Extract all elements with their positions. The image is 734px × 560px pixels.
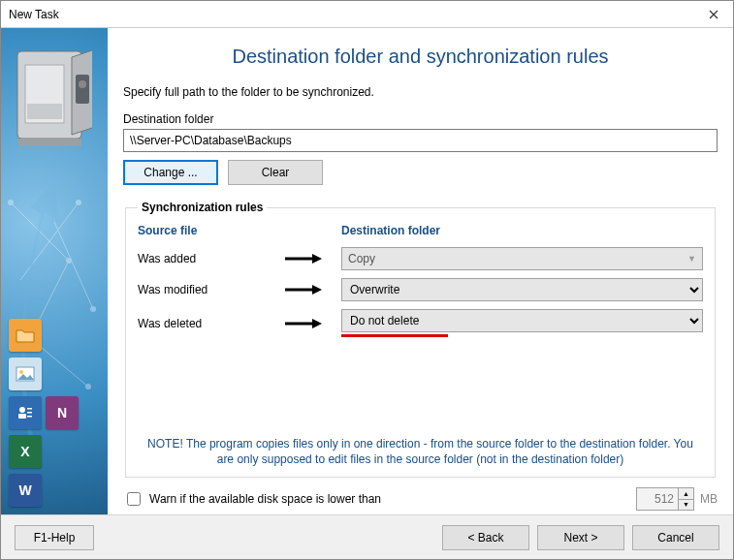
word-icon: W (9, 474, 42, 507)
svg-point-5 (8, 200, 14, 205)
rule-source-deleted: Was deleted (138, 317, 283, 330)
sync-rules-group: Synchronization rules Source file Destin… (125, 201, 716, 478)
svg-point-8 (85, 384, 91, 389)
folder-icon (9, 319, 42, 352)
col-source-header: Source file (138, 224, 283, 239)
sidebar-app-icons: N X W (9, 319, 79, 507)
warn-label: Warn if the available disk space is lowe… (149, 492, 381, 506)
svg-rect-21 (27, 408, 32, 410)
svg-rect-13 (76, 75, 89, 104)
arrow-icon (283, 318, 322, 329)
wizard-sidebar: N X W (1, 28, 108, 514)
warn-size-spinner[interactable]: ▲ ▼ (636, 487, 694, 511)
spin-up-icon[interactable]: ▲ (679, 488, 693, 500)
close-button[interactable] (694, 1, 733, 27)
rule-dest-modified[interactable]: Overwrite (341, 278, 703, 301)
rule-source-modified: Was modified (138, 283, 283, 296)
svg-rect-12 (17, 139, 81, 146)
cancel-button[interactable]: Cancel (632, 525, 719, 550)
warn-row: Warn if the available disk space is lowe… (123, 487, 718, 511)
svg-marker-27 (312, 285, 322, 295)
next-button[interactable]: Next > (537, 525, 624, 550)
svg-point-19 (19, 407, 25, 413)
wizard-footer: F1-Help < Back Next > Cancel (1, 514, 733, 559)
change-button[interactable]: Change ... (123, 160, 218, 185)
clear-button[interactable]: Clear (228, 160, 323, 185)
sync-rules-legend: Synchronization rules (138, 201, 267, 214)
page-instruction: Specify full path to the folder to be sy… (123, 85, 718, 99)
onenote-icon: N (46, 396, 79, 429)
titlebar: New Task (1, 1, 733, 28)
dest-folder-label: Destination folder (123, 112, 718, 126)
svg-marker-29 (312, 319, 322, 328)
page-title: Destination folder and synchronization r… (123, 46, 718, 68)
back-button[interactable]: < Back (442, 525, 529, 550)
window-title: New Task (9, 8, 59, 21)
svg-point-18 (19, 370, 23, 374)
rule-dest-deleted[interactable]: Do not delete (341, 309, 703, 332)
excel-icon: X (9, 435, 42, 468)
svg-rect-16 (27, 104, 62, 119)
contact-icon (9, 396, 42, 429)
arrow-icon (283, 253, 322, 264)
help-button[interactable]: F1-Help (15, 525, 94, 550)
warn-unit: MB (700, 492, 718, 506)
svg-marker-25 (312, 254, 322, 264)
svg-point-10 (76, 200, 81, 205)
warn-checkbox[interactable] (127, 492, 141, 506)
col-dest-header: Destination folder (341, 224, 703, 239)
svg-point-14 (79, 80, 86, 88)
picture-icon (9, 358, 42, 390)
warn-size-input[interactable] (637, 488, 678, 510)
spin-down-icon[interactable]: ▼ (679, 500, 693, 511)
svg-rect-22 (27, 412, 32, 414)
dest-folder-input[interactable] (123, 129, 718, 152)
svg-rect-23 (27, 416, 32, 418)
svg-point-6 (66, 258, 72, 264)
svg-line-3 (54, 222, 93, 309)
svg-rect-20 (18, 414, 26, 419)
safe-icon (13, 46, 92, 152)
rule-dest-added: Copy▼ (341, 247, 703, 270)
svg-point-9 (90, 306, 96, 312)
highlight-underline (341, 334, 448, 337)
sync-note: NOTE! The program copies files only in o… (138, 432, 703, 467)
arrow-icon (283, 284, 322, 296)
rule-source-added: Was added (138, 252, 283, 265)
wizard-content: Destination folder and synchronization r… (108, 28, 733, 514)
